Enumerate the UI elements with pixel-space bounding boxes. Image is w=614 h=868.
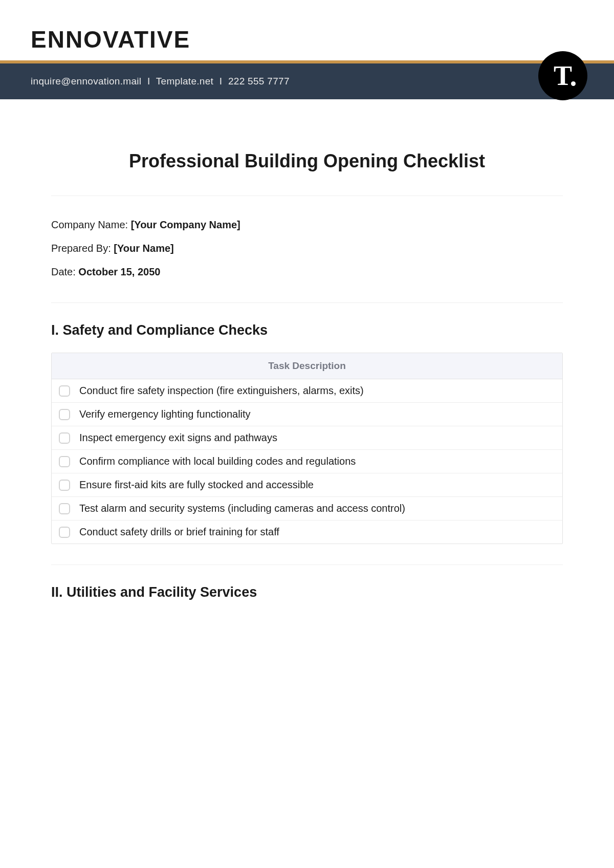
meta-company-label: Company Name: <box>51 219 131 230</box>
contact-email: inquire@ennovation.mail <box>31 76 141 86</box>
meta-date-label: Date: <box>51 266 78 277</box>
meta-prepared-value: [Your Name] <box>114 243 173 254</box>
section-1-heading: I. Safety and Compliance Checks <box>51 322 563 338</box>
separator: I <box>220 76 223 86</box>
meta-company-value: [Your Company Name] <box>131 219 240 230</box>
badge-letter: T <box>554 60 572 92</box>
checkbox[interactable] <box>59 527 70 538</box>
contact-site: Template.net <box>156 76 213 86</box>
task-text: Verify emergency lighting functionality <box>79 408 251 420</box>
brand-badge: T <box>538 51 587 100</box>
separator: I <box>147 76 150 86</box>
task-table-header: Task Description <box>52 353 562 379</box>
meta-prepared-label: Prepared By: <box>51 243 114 254</box>
task-text: Conduct safety drills or brief training … <box>79 526 279 538</box>
task-row: Ensure first-aid kits are fully stocked … <box>52 473 562 497</box>
checkbox[interactable] <box>59 480 70 491</box>
task-row: Conduct safety drills or brief training … <box>52 520 562 544</box>
meta-date-value: October 15, 2050 <box>78 266 160 277</box>
checkbox[interactable] <box>59 385 70 397</box>
task-row: Verify emergency lighting functionality <box>52 403 562 426</box>
meta-company: Company Name: [Your Company Name] <box>51 214 563 235</box>
divider <box>51 196 563 196</box>
contact-phone: 222 555 7777 <box>228 76 290 86</box>
badge-dot-icon <box>571 81 576 86</box>
task-row: Conduct fire safety inspection (fire ext… <box>52 379 562 403</box>
task-row: Confirm compliance with local building c… <box>52 450 562 473</box>
task-text: Conduct fire safety inspection (fire ext… <box>79 385 364 397</box>
meta-prepared: Prepared By: [Your Name] <box>51 238 563 258</box>
checkbox[interactable] <box>59 503 70 514</box>
task-table: Task Description Conduct fire safety ins… <box>51 353 563 544</box>
document-title: Professional Building Opening Checklist <box>51 150 563 172</box>
checkbox[interactable] <box>59 456 70 467</box>
meta-date: Date: October 15, 2050 <box>51 262 563 282</box>
divider <box>51 565 563 565</box>
task-text: Test alarm and security systems (includi… <box>79 503 405 514</box>
divider <box>51 302 563 303</box>
contact-bar: inquire@ennovation.mail I Template.net I… <box>0 63 614 99</box>
meta-block: Company Name: [Your Company Name] Prepar… <box>51 214 563 282</box>
header-band: inquire@ennovation.mail I Template.net I… <box>0 60 614 99</box>
task-row: Test alarm and security systems (includi… <box>52 497 562 520</box>
company-logo-text: ENNOVATIVE <box>31 26 583 53</box>
section-2-heading: II. Utilities and Facility Services <box>51 584 563 600</box>
checkbox[interactable] <box>59 432 70 444</box>
task-text: Ensure first-aid kits are fully stocked … <box>79 479 314 491</box>
task-text: Inspect emergency exit signs and pathway… <box>79 432 277 444</box>
logo-area: ENNOVATIVE <box>31 26 583 53</box>
task-row: Inspect emergency exit signs and pathway… <box>52 426 562 450</box>
checkbox[interactable] <box>59 409 70 420</box>
task-text: Confirm compliance with local building c… <box>79 455 356 467</box>
